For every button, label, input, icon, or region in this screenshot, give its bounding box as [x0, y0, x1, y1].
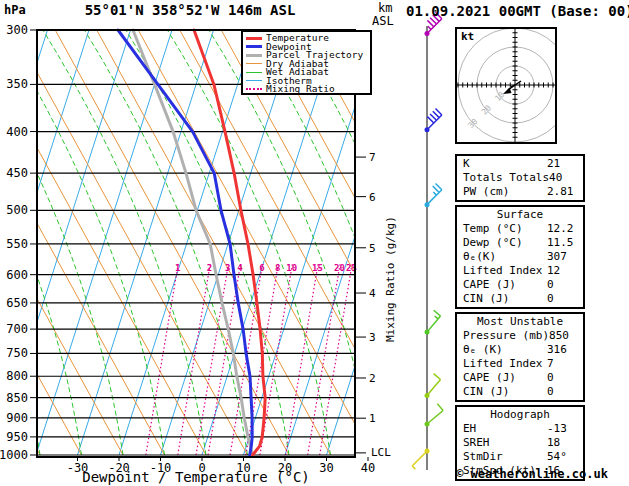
km-tick-label: 2	[369, 372, 376, 385]
wind-barb-column	[412, 12, 443, 470]
table-row-label: θₑ (K)	[463, 343, 547, 357]
indices-panel: K21Totals Totals40PW (cm)2.81SurfaceTemp…	[455, 154, 585, 484]
mixing-ratio-value: 2	[207, 263, 212, 273]
km-tick-label: 4	[369, 287, 376, 300]
skewt-sounding-app: 1234681015202530035040045050055060065070…	[0, 0, 629, 486]
run-datetime: 01.09.2021 00GMT (Base: 00)	[406, 3, 629, 19]
indices-table: K21Totals Totals40PW (cm)2.81	[455, 154, 585, 202]
table-row-value: -13	[547, 422, 567, 436]
legend-item: Mixing Ratio	[246, 85, 370, 94]
km-tick-label: 7	[369, 151, 376, 164]
indices-table: Most UnstablePressure (mb)850θₑ (K)316Li…	[455, 312, 585, 402]
indices-table: SurfaceTemp (°C)12.2Dewp (°C)11.5θₑ(K)30…	[455, 205, 585, 309]
table-row: θₑ(K)307	[457, 250, 583, 264]
table-row-label: Lifted Index	[463, 357, 547, 371]
table-row-value: 12.2	[547, 222, 574, 236]
mixing-ratio-value: 10	[286, 263, 297, 273]
table-row: CAPE (J)0	[457, 371, 583, 385]
pressure-tick-label: 400	[6, 125, 28, 139]
legend-swatch-thick	[246, 45, 262, 48]
table-row-label: SREH	[463, 436, 547, 450]
table-row-label: Pressure (mb)	[463, 329, 549, 343]
table-row-value: 7	[547, 357, 554, 371]
table-row-value: 12	[547, 264, 560, 278]
table-row: Pressure (mb)850	[457, 329, 583, 343]
table-row-value: 316	[547, 343, 567, 357]
table-section-header: Most Unstable	[457, 315, 583, 329]
pressure-tick-label: 900	[6, 411, 28, 425]
mixing-ratio-value: 15	[312, 263, 323, 273]
pressure-tick-label: 1000	[0, 448, 28, 462]
pressure-tick-label: 300	[6, 23, 28, 37]
table-row: Lifted Index12	[457, 264, 583, 278]
mixing-ratio-value: 8	[275, 263, 280, 273]
pressure-tick-labels: 3003504004505005506006507007508008509009…	[0, 23, 37, 462]
table-row: Temp (°C)12.2	[457, 222, 583, 236]
mixing-ratio-line	[146, 262, 179, 455]
pressure-tick-label: 750	[6, 346, 28, 360]
isotherms	[0, 30, 450, 455]
km-tick-label: 5	[369, 242, 376, 255]
chart-title: 55°01'N 358°52'W 146m ASL	[40, 2, 340, 18]
x-axis-label: Dewpoint / Temperature (°C)	[40, 469, 352, 485]
temp-tick-label: 40	[361, 461, 375, 475]
legend-swatch-thick	[246, 54, 262, 57]
right-axis-label: Mixing Ratio (g/kg)	[384, 208, 397, 342]
table-row-label: PW (cm)	[463, 185, 547, 199]
wet-adiabats	[0, 30, 450, 455]
table-row: Lifted Index7	[457, 357, 583, 371]
isotherm-line	[119, 30, 255, 455]
pressure-tick-label: 800	[6, 369, 28, 383]
table-row: CIN (J)0	[457, 385, 583, 399]
legend-swatch-dotted	[246, 88, 262, 90]
table-row: PW (cm)2.81	[457, 185, 583, 199]
table-row-label: CAPE (J)	[463, 371, 547, 385]
skewt-plot: 1234681015202530035040045050055060065070…	[0, 0, 450, 486]
isotherm-line	[36, 30, 172, 455]
mixing-ratio-value: 6	[259, 263, 264, 273]
legend-item-label: Mixing Ratio	[266, 85, 335, 94]
isotherm-line	[78, 30, 214, 455]
pressure-tick-label: 550	[6, 237, 28, 251]
pressure-tick-label: 950	[6, 430, 28, 444]
table-row-value: 0	[547, 371, 554, 385]
table-row-label: StmDir	[463, 450, 547, 464]
pressure-tick-label: 850	[6, 391, 28, 405]
table-row-label: Totals Totals	[463, 171, 549, 185]
pressure-tick-label: 650	[6, 296, 28, 310]
mixing-ratio-value: 3	[225, 263, 230, 273]
pressure-tick-label: 600	[6, 268, 28, 282]
table-row: CAPE (J)0	[457, 278, 583, 292]
dry-adiabat-line	[14, 30, 248, 455]
wet-adiabat-line	[43, 30, 206, 455]
table-row-value: 40	[549, 171, 562, 185]
table-row: θₑ (K)316	[457, 343, 583, 357]
table-row-label: θₑ(K)	[463, 250, 547, 264]
table-row-label: Temp (°C)	[463, 222, 547, 236]
table-row: K21	[457, 157, 583, 171]
table-row-value: 18	[547, 436, 560, 450]
legend-swatch-thin	[246, 80, 262, 81]
dry-adiabats	[0, 30, 450, 455]
table-row-label: Dewp (°C)	[463, 236, 547, 250]
km-tick-labels: 7654321	[355, 151, 376, 453]
table-row-label: CIN (J)	[463, 385, 547, 399]
copyright: © weatheronline.co.uk	[436, 467, 628, 481]
pressure-tick-label: 700	[6, 322, 28, 336]
table-row-value: 11.5	[547, 236, 574, 250]
table-row-value: 0	[547, 278, 554, 292]
table-row: Totals Totals40	[457, 171, 583, 185]
table-row-label: CIN (J)	[463, 292, 547, 306]
pressure-tick-label: 350	[6, 77, 28, 91]
table-row: SREH18	[457, 436, 583, 450]
table-section-header: Surface	[457, 208, 583, 222]
table-row: EH-13	[457, 422, 583, 436]
altitude-unit-asl: ASL	[372, 14, 394, 28]
mixing-ratio-value: 4	[237, 263, 243, 273]
km-tick-label: 1	[369, 412, 376, 425]
table-row: Dewp (°C)11.5	[457, 236, 583, 250]
table-row-value: 307	[547, 250, 567, 264]
dry-adiabat-line	[0, 30, 206, 455]
pressure-tick-label: 450	[6, 166, 28, 180]
hodograph: 102030	[455, 27, 557, 144]
